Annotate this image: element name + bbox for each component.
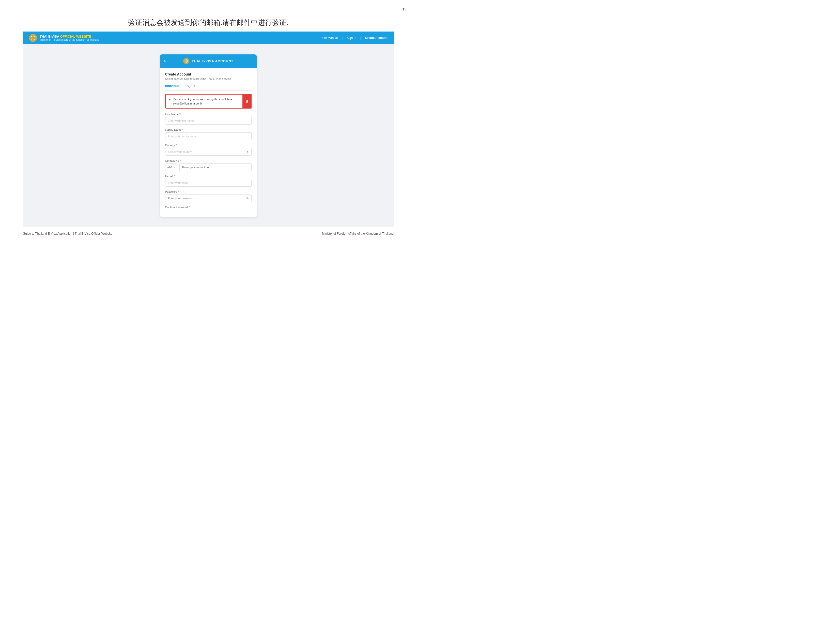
- country-code-selector[interactable]: +66 ▼: [165, 163, 178, 171]
- password-group: Password * 👁: [165, 190, 252, 202]
- password-input[interactable]: [165, 195, 252, 202]
- alert-banner: ● Please check your inbox to verify the …: [165, 94, 252, 109]
- create-account-link[interactable]: Create Account: [365, 36, 388, 40]
- tab-agent[interactable]: Agent: [187, 84, 195, 90]
- step-badge: 8: [243, 94, 252, 109]
- section-subtitle: Select account type to start using Thai …: [165, 77, 252, 80]
- first-name-label: First Name *: [165, 113, 252, 116]
- nav-divider-2: |: [360, 36, 361, 40]
- page-footer: Guide to Thailand E-Visa Application | T…: [0, 227, 416, 240]
- password-label: Password *: [165, 190, 252, 193]
- email-group: E-mail *: [165, 175, 252, 187]
- family-name-label: Family Name *: [165, 128, 252, 131]
- nav-right: User Manual | Sign In | Create Account: [320, 36, 388, 40]
- contact-group: Contact No * +66 ▼: [165, 159, 252, 171]
- modal-card: < THAI E-VISA ACCOUNT Create Account Sel…: [160, 55, 257, 217]
- password-wrapper: 👁: [165, 195, 252, 202]
- svg-point-2: [185, 60, 188, 62]
- country-select-wrapper: Select your country ▼: [165, 148, 252, 156]
- contact-row: +66 ▼: [165, 163, 252, 171]
- svg-point-0: [31, 36, 35, 40]
- tab-individual[interactable]: Individual: [165, 84, 181, 90]
- code-chevron-icon: ▼: [173, 166, 175, 169]
- family-name-input[interactable]: [165, 132, 252, 140]
- email-label: E-mail *: [165, 175, 252, 178]
- modal-header: < THAI E-VISA ACCOUNT: [160, 55, 257, 68]
- user-manual-link[interactable]: User Manual: [320, 36, 338, 40]
- country-label: Country *: [165, 144, 252, 147]
- footer-right: Ministry of Foreign Affairs of the Kingd…: [322, 232, 394, 235]
- modal-body: Create Account Select account type to st…: [160, 68, 257, 217]
- main-content: < THAI E-VISA ACCOUNT Create Account Sel…: [23, 44, 394, 227]
- contact-label: Contact No *: [165, 159, 252, 162]
- nav-brand: THAI E-VISA OFFICIAL WEBSITE Ministry of…: [40, 35, 100, 41]
- nav-title-highlight: OFFICIAL WEBSITE: [60, 35, 91, 39]
- svg-point-1: [32, 37, 34, 39]
- first-name-input[interactable]: [165, 117, 252, 125]
- country-group: Country * Select your country ▼: [165, 144, 252, 156]
- nav-title: THAI E-VISA OFFICIAL WEBSITE: [40, 35, 100, 39]
- sign-in-link[interactable]: Sign In: [347, 36, 356, 40]
- footer-left: Guide to Thailand E-Visa Application | T…: [23, 232, 112, 235]
- page-number: 13: [402, 7, 406, 11]
- tabs: Individual Agent: [165, 84, 252, 90]
- nav-logo: [29, 34, 37, 42]
- alert-text: Please check your inbox to verify the em…: [173, 97, 248, 106]
- family-name-group: Family Name *: [165, 128, 252, 140]
- eye-icon[interactable]: 👁: [246, 196, 249, 200]
- check-circle-icon: ●: [169, 97, 171, 101]
- modal-title: THAI E-VISA ACCOUNT: [192, 59, 233, 63]
- chinese-title: 验证消息会被发送到你的邮箱.请在邮件中进行验证.: [0, 0, 416, 32]
- nav-left: THAI E-VISA OFFICIAL WEBSITE Ministry of…: [29, 34, 100, 42]
- country-code-value: +66: [167, 166, 172, 169]
- section-title: Create Account: [165, 72, 252, 76]
- nav-subtitle: Ministry of Foreign Affairs of the Kingd…: [40, 39, 100, 41]
- email-input[interactable]: [165, 179, 252, 187]
- top-navbar: THAI E-VISA OFFICIAL WEBSITE Ministry of…: [23, 32, 394, 44]
- back-button[interactable]: <: [164, 59, 166, 63]
- contact-input[interactable]: [179, 163, 251, 171]
- first-name-group: First Name *: [165, 113, 252, 125]
- modal-header-logo: [183, 58, 189, 64]
- svg-point-3: [185, 60, 187, 62]
- confirm-password-group: Confirm Password *: [165, 206, 252, 209]
- country-select[interactable]: Select your country: [165, 148, 252, 156]
- nav-divider: |: [342, 36, 343, 40]
- confirm-password-label: Confirm Password *: [165, 206, 252, 209]
